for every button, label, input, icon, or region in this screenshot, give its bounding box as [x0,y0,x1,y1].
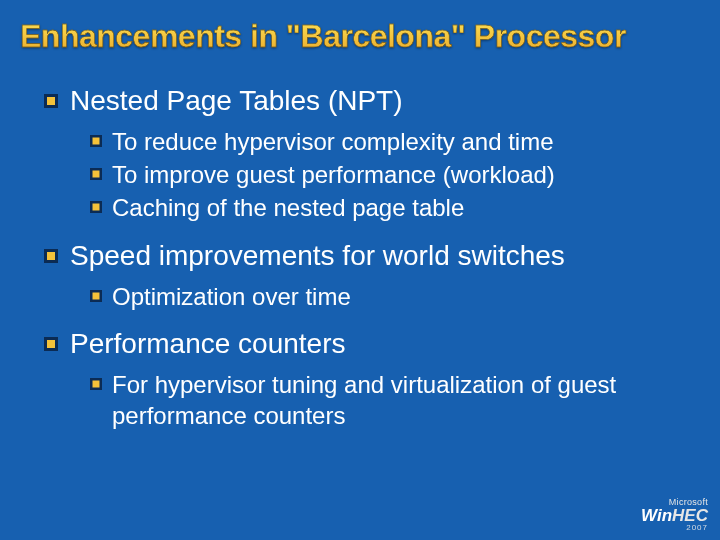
sub-bullets: Optimization over time [44,281,690,312]
logo-winhec: WinHEC [641,507,708,524]
bullet-text: Caching of the nested page table [112,192,464,223]
bullet-text: For hypervisor tuning and virtualization… [112,369,690,431]
svg-rect-11 [93,292,100,299]
svg-rect-9 [47,252,55,260]
bullet-icon [44,337,58,351]
bullet-level2: For hypervisor tuning and virtualization… [90,369,690,431]
svg-rect-13 [47,340,55,348]
bullet-icon [90,378,102,390]
bullet-text: Speed improvements for world switches [70,238,565,273]
svg-rect-15 [93,380,100,387]
bullet-level2: To reduce hypervisor complexity and time [90,126,690,157]
bullet-level2: Caching of the nested page table [90,192,690,223]
sub-bullets: To reduce hypervisor complexity and time… [44,126,690,224]
slide-title: Enhancements in "Barcelona" Processor [0,0,720,63]
svg-rect-5 [93,171,100,178]
slide-content: Nested Page Tables (NPT) To reduce hyper… [0,63,720,431]
svg-rect-3 [93,138,100,145]
bullet-icon [90,135,102,147]
bullet-level1: Speed improvements for world switches [44,238,690,273]
bullet-text: To improve guest performance (workload) [112,159,555,190]
bullet-icon [90,201,102,213]
svg-rect-1 [47,97,55,105]
bullet-text: Nested Page Tables (NPT) [70,83,403,118]
bullet-text: To reduce hypervisor complexity and time [112,126,554,157]
logo-year: 2007 [641,524,708,532]
bullet-icon [90,168,102,180]
bullet-icon [44,94,58,108]
sub-bullets: For hypervisor tuning and virtualization… [44,369,690,431]
bullet-level1: Performance counters [44,326,690,361]
bullet-text: Optimization over time [112,281,351,312]
bullet-icon [44,249,58,263]
bullet-level2: Optimization over time [90,281,690,312]
bullet-text: Performance counters [70,326,345,361]
bullet-level2: To improve guest performance (workload) [90,159,690,190]
svg-rect-7 [93,204,100,211]
winhec-logo: Microsoft WinHEC 2007 [641,498,708,532]
bullet-icon [90,290,102,302]
bullet-level1: Nested Page Tables (NPT) [44,83,690,118]
